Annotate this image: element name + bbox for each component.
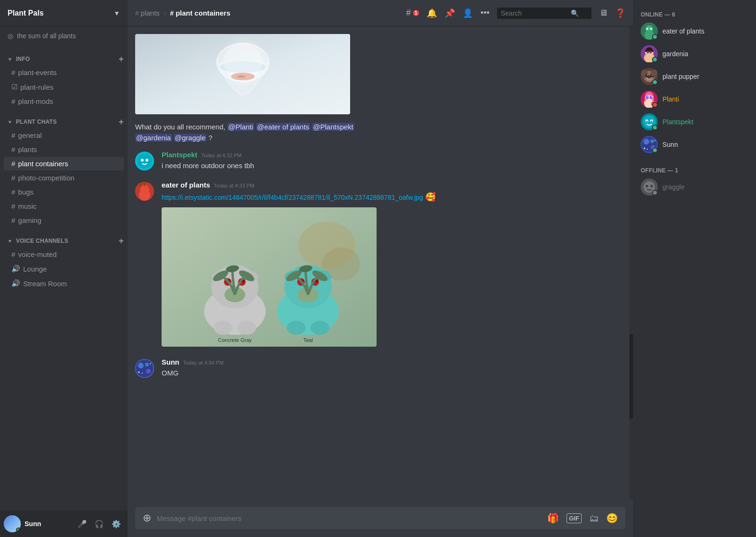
add-channel-info-button[interactable]: + [119,55,124,63]
gif-button[interactable]: GIF [567,513,582,523]
mention-gardenia[interactable]: @gardenia [135,134,172,142]
current-username: Sunn [25,520,71,528]
add-channel-plant-chats-button[interactable]: + [119,118,124,126]
channel-voice-muted[interactable]: # voice-muted [4,247,124,261]
member-avatar-wrap [641,136,658,153]
channel-stream-room[interactable]: 🔊 Stream Room [4,276,124,290]
svg-point-48 [138,363,144,368]
member-status-indicator [652,190,658,196]
notifications-button[interactable]: 🔔 [427,8,437,18]
svg-rect-0 [135,34,350,114]
channel-plant-mods[interactable]: # plant-mods [4,94,124,108]
member-item[interactable]: Planti [637,88,752,111]
gift-button[interactable]: 🎁 [547,512,559,524]
top-image-container [135,34,626,114]
etsy-link[interactable]: https://i.etsystatic.com/14647005/r/il/f… [162,194,423,201]
mention-planti[interactable]: @Planti [227,123,254,131]
messages-area[interactable]: What do you all recommend, @Planti @eate… [128,26,633,499]
sticker-button[interactable]: 🗂 [589,513,599,524]
member-name: Sunn [662,141,678,148]
mention-plantspekt[interactable]: @Plantspekt [312,123,354,131]
heart-eyes-emoji: 🥰 [425,192,436,202]
svg-point-63 [650,51,652,53]
user-panel: Sunn 🎤 🎧 ⚙️ [0,511,128,537]
mention-graggle[interactable]: @graggle [174,134,206,142]
speaker-icon: 🔊 [11,279,20,288]
section-voice-channels-header[interactable]: ▼ VOICE CHANNELS + [0,235,128,247]
message-header: Sunn Today at 4:34 PM [162,358,626,366]
channel-bugs[interactable]: # bugs [4,185,124,199]
inbox-button[interactable]: 🖥 [599,8,608,18]
settings-button[interactable]: ⚙️ [109,516,124,531]
svg-point-100 [647,149,648,150]
svg-point-82 [651,96,652,97]
channel-name: Stream Room [23,280,67,288]
members-button[interactable]: 👤 [463,8,473,18]
emoji-button[interactable]: 😊 [606,512,618,524]
search-box[interactable]: 🔍 [497,8,592,19]
hash-icon: # [11,145,15,153]
deafen-button[interactable]: 🎧 [92,516,107,531]
section-plant-chats: ▼ PLANT CHATS + # general # plants # pla… [0,116,128,227]
scrollbar-thumb[interactable] [629,334,633,419]
message-timestamp: Today at 4:32 PM [201,153,242,158]
svg-text:Teal: Teal [303,337,313,343]
help-button[interactable]: ❓ [615,8,626,18]
hash-icon: # [135,9,139,17]
pin-button[interactable]: 📌 [445,8,455,18]
section-voice-label: VOICE CHANNELS [16,238,69,244]
channel-plants[interactable]: # plants [4,143,124,156]
member-item[interactable]: Plantspekt [637,111,752,133]
member-item[interactable]: plant pupper [637,65,752,88]
section-plant-chats-header[interactable]: ▼ PLANT CHATS + [0,116,128,128]
mute-button[interactable]: 🎤 [75,516,90,531]
svg-point-10 [139,189,150,201]
svg-point-103 [646,185,648,188]
channel-music[interactable]: # music [4,199,124,213]
add-channel-voice-button[interactable]: + [119,237,124,245]
member-name: gardenia [662,50,688,58]
channel-gaming[interactable]: # gaming [4,213,124,227]
section-info-header[interactable]: ▼ INFO + [0,53,128,65]
member-name: eater of plants [662,27,704,35]
scrollbar-track[interactable] [629,26,633,499]
server-dropdown-chevron: ▼ [113,9,120,17]
server-name: Plant Pals [8,9,43,17]
channel-plant-events[interactable]: # plant-events [4,66,124,79]
more-options-button[interactable]: ••• [481,8,490,18]
svg-point-58 [650,28,652,30]
channel-plant-rules[interactable]: ☑ plant-rules [4,80,124,94]
channel-name: music [18,202,36,210]
add-content-button[interactable]: ⊕ [143,512,151,524]
mention-text: What do you all recommend, @Planti @eate… [135,122,626,143]
mention-eater[interactable]: @eater of plants [256,123,310,131]
channel-general[interactable]: # general [4,128,124,142]
avatar-svg [135,359,154,378]
search-input[interactable] [501,9,567,17]
message-timestamp: Today at 4:33 PM [214,183,255,188]
threads-button[interactable]: # 1 [406,8,420,18]
chat-input-area: ⊕ 🎁 GIF 🗂 😊 [128,499,633,537]
channel-photo-competition[interactable]: # photo-competition [4,171,124,185]
svg-point-97 [650,139,654,143]
member-item[interactable]: eater of plants [637,20,752,43]
svg-point-53 [142,373,143,374]
svg-point-74 [647,75,648,76]
channel-lounge[interactable]: 🔊 Lounge [4,262,124,276]
member-item[interactable]: Sunn [637,133,752,156]
member-avatar-wrap [641,45,658,62]
plantspekt-avatar [135,152,154,170]
message-input[interactable] [157,509,541,528]
server-header[interactable]: Plant Pals ▼ [0,0,128,26]
member-avatar-wrap [641,113,658,130]
message-author: Sunn [162,358,180,366]
svg-point-98 [644,148,645,149]
channel-plant-containers[interactable]: # plant containers [4,157,124,170]
channel-name: voice-muted [18,250,57,258]
channel-name: Lounge [23,265,47,273]
member-item[interactable]: gardenia [637,43,752,65]
member-item[interactable]: graggle [637,176,752,198]
message-author: Plantspekt [162,151,198,159]
eater-message-content: eater of plants Today at 4:33 PM https:/… [162,181,626,349]
sunn-avatar [135,359,154,378]
